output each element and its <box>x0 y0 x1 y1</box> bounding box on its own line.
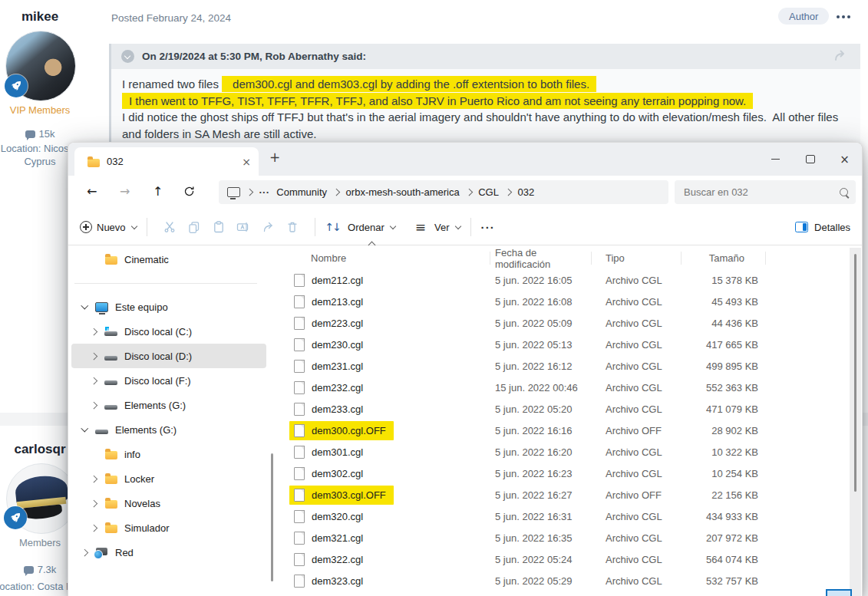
file-row[interactable]: dem233.cgl 5 jun. 2022 05:20 Archivo CGL… <box>283 398 851 420</box>
paste-button[interactable] <box>206 221 231 233</box>
breadcrumb-item[interactable]: orbx-mesh-south-america <box>346 186 460 198</box>
file-row[interactable]: dem302.cgl 5 jun. 2022 16:23 Archivo CGL… <box>283 463 851 484</box>
folder-icon <box>87 156 100 167</box>
chevron-right-icon[interactable] <box>81 548 88 555</box>
file-row[interactable]: dem323.cgl 5 jun. 2022 05:29 Archivo CGL… <box>283 570 851 591</box>
chevron-right-icon <box>333 189 340 196</box>
search-input[interactable] <box>682 186 831 199</box>
file-row[interactable]: dem223.cgl 5 jun. 2022 05:09 Archivo CGL… <box>283 312 851 334</box>
forum-page: mikee VIP Members 15k Location: Nicosia,… <box>0 0 868 596</box>
breadcrumb-item[interactable]: CGL <box>478 186 499 198</box>
minimize-button[interactable] <box>758 143 793 176</box>
back-button[interactable]: ← <box>87 185 97 199</box>
scrollbar-thumb[interactable] <box>854 254 856 492</box>
chevron-right-icon[interactable] <box>91 352 97 359</box>
refresh-button[interactable] <box>183 186 195 197</box>
this-pc-icon[interactable] <box>227 187 240 197</box>
chevron-right-icon[interactable] <box>91 524 97 531</box>
file-row[interactable]: dem212.cgl 5 jun. 2022 16:05 Archivo CGL… <box>283 269 851 291</box>
tree-scrollbar-thumb[interactable] <box>271 453 273 581</box>
folder-icon <box>104 254 117 265</box>
tree-item-info[interactable]: info <box>71 442 266 466</box>
scrollbar-track[interactable] <box>850 248 861 596</box>
new-tab-button[interactable]: + <box>269 150 280 165</box>
view-list-icon: ≡ <box>415 219 426 235</box>
file-row[interactable]: dem321.cgl 5 jun. 2022 16:35 Archivo CGL… <box>283 527 851 548</box>
tree-item-cinematic[interactable]: Cinematic <box>71 247 266 272</box>
window-controls: × <box>758 143 862 176</box>
up-button[interactable]: ↑ <box>153 185 163 199</box>
close-window-button[interactable]: × <box>827 143 862 176</box>
chevron-right-icon <box>505 189 512 196</box>
image-zoom-control[interactable] <box>826 589 852 596</box>
rocket-icon <box>10 80 22 92</box>
chevron-right-icon[interactable] <box>91 475 97 482</box>
search-box[interactable] <box>675 180 856 204</box>
chevron-down-icon[interactable] <box>81 425 88 432</box>
file-icon <box>294 467 305 480</box>
chevron-right-icon[interactable] <box>91 377 97 384</box>
file-icon <box>294 295 305 308</box>
file-row[interactable]: dem232.cgl 15 jun. 2022 00:46 Archivo CG… <box>283 377 851 398</box>
rename-button[interactable] <box>231 221 256 233</box>
folder-icon <box>104 449 117 459</box>
copy-button[interactable] <box>182 221 206 233</box>
column-header-type[interactable]: Tipo <box>592 248 682 268</box>
cut-button[interactable] <box>157 221 182 233</box>
quote-header[interactable]: On 2/19/2024 at 5:30 PM, Rob Abernathy s… <box>111 44 860 69</box>
breadcrumb-item[interactable]: Community <box>276 186 327 198</box>
sort-button[interactable]: ↑↓ Ordenar <box>325 221 395 233</box>
share-button[interactable] <box>256 221 280 233</box>
quote-body: I renamed two files dem300.cgl and dem30… <box>111 69 860 142</box>
tree-item-red[interactable]: Red <box>71 540 266 565</box>
file-row[interactable]: dem320.cgl 5 jun. 2022 16:31 Archivo CGL… <box>283 505 851 527</box>
maximize-button[interactable] <box>793 143 827 176</box>
more-options-button[interactable]: ... <box>481 218 496 231</box>
explorer-tab[interactable]: 032 × <box>74 147 259 176</box>
tree-item-novelas[interactable]: Novelas <box>71 491 266 515</box>
file-row[interactable]: dem213.cgl 5 jun. 2022 16:08 Archivo CGL… <box>283 291 851 312</box>
delete-button[interactable] <box>280 221 305 233</box>
view-button[interactable]: ≡ Ver <box>415 219 460 235</box>
post1-username[interactable]: mikee <box>0 9 80 25</box>
forward-button[interactable]: → <box>120 185 130 199</box>
column-header-name[interactable]: Nombre <box>283 248 490 268</box>
file-icon <box>294 553 305 566</box>
tree-item-elements-g-expanded[interactable]: Elements (G:) <box>71 417 266 442</box>
chevron-right-icon[interactable] <box>91 328 97 334</box>
tree-item-locker[interactable]: Locker <box>71 466 266 491</box>
new-button[interactable]: Nuevo <box>80 221 137 233</box>
chevron-down-icon[interactable] <box>81 302 88 309</box>
file-row-highlighted[interactable]: dem303.cgl.OFF 5 jun. 2022 16:27 Archivo… <box>283 484 851 505</box>
file-row[interactable]: dem301.cgl 5 jun. 2022 16:20 Archivo CGL… <box>283 441 851 463</box>
chevron-right-icon[interactable] <box>91 401 97 408</box>
close-tab-icon[interactable]: × <box>242 156 251 168</box>
collapse-quote-icon[interactable] <box>121 50 134 63</box>
tree-item-este-equipo[interactable]: Este equipo <box>71 295 266 319</box>
quote-attribution[interactable]: On 2/19/2024 at 5:30 PM, Rob Abernathy s… <box>142 51 366 62</box>
breadcrumb-ellipsis[interactable]: ... <box>259 184 270 196</box>
details-toggle[interactable]: Detalles <box>795 222 850 233</box>
tree-item-disco-c[interactable]: Disco local (C:) <box>71 319 266 344</box>
file-icon <box>294 360 305 373</box>
post1-member-group: VIP Members <box>0 104 80 116</box>
file-row-highlighted[interactable]: dem300.cgl.OFF 5 jun. 2022 16:16 Archivo… <box>283 420 851 441</box>
tree-item-simulador[interactable]: Simulador <box>71 515 266 540</box>
column-header-date[interactable]: Fecha de modificación <box>490 248 592 268</box>
file-row[interactable]: dem230.cgl 5 jun. 2022 05:13 Archivo CGL… <box>283 334 851 355</box>
tree-item-disco-f[interactable]: Disco local (F:) <box>71 368 266 393</box>
file-row[interactable]: dem231.cgl 5 jun. 2022 16:12 Archivo CGL… <box>283 355 851 377</box>
breadcrumb-item[interactable]: 032 <box>517 186 534 198</box>
breadcrumb: ... Community orbx-mesh-south-america CG… <box>219 180 668 204</box>
column-header-size[interactable]: Tamaño <box>682 248 766 268</box>
file-row[interactable]: dem322.cgl 5 jun. 2022 05:24 Archivo CGL… <box>283 548 851 570</box>
author-badge: Author <box>778 8 829 25</box>
tree-item-disco-d[interactable]: Disco local (D:) <box>71 344 266 368</box>
post-options-button[interactable] <box>837 15 850 18</box>
chevron-right-icon[interactable] <box>91 499 97 506</box>
file-list: Nombre Fecha de modificación Tipo Tamaño… <box>283 248 851 591</box>
tree-item-elements-g[interactable]: Elements (G:) <box>71 393 266 417</box>
share-quote-icon[interactable] <box>834 50 848 61</box>
sort-arrows-icon: ↑↓ <box>325 221 340 233</box>
file-icon <box>294 532 305 545</box>
